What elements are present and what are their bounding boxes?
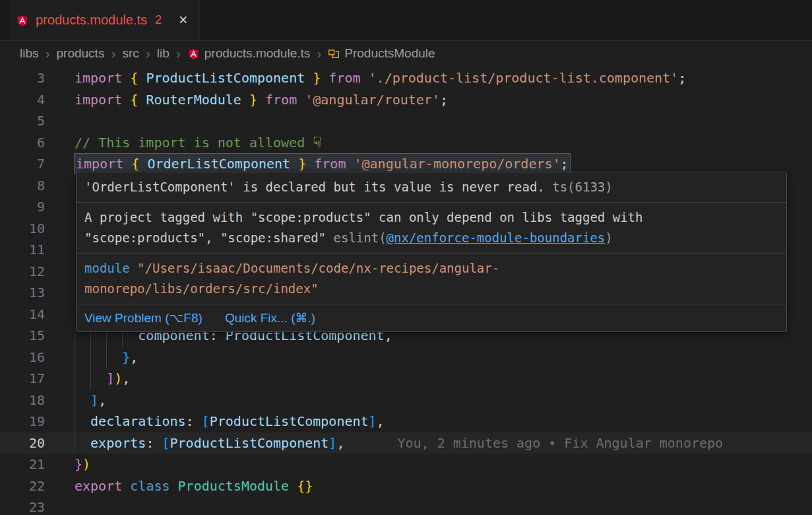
diagnostics-hover-popup: 'OrderListComponent' is declared but its… — [76, 172, 787, 332]
code-token: [ — [202, 413, 210, 429]
chevron-right-icon: › — [317, 46, 321, 61]
vscode-window: products.module.ts 2 × libs›products›src… — [0, 0, 812, 515]
popup-section-1: 'OrderListComponent' is declared but its… — [77, 172, 786, 203]
angular-file-icon — [16, 14, 29, 27]
indent-guides — [75, 390, 90, 411]
line-number: 18 — [0, 390, 45, 411]
code-token: import — [76, 156, 131, 172]
code-token: { — [130, 92, 146, 108]
code-line-21[interactable]: 21}) — [0, 454, 812, 475]
line-number: 3 — [0, 67, 45, 89]
line-number: 20 — [0, 432, 45, 454]
breadcrumb-item-src[interactable]: src — [122, 46, 139, 61]
code-token: from — [257, 92, 305, 108]
eslint-rule-link[interactable]: @nx/enforce-module-boundaries — [387, 230, 606, 245]
code-text: }, — [75, 347, 138, 368]
code-line-18[interactable]: 18], — [0, 390, 812, 411]
code-token: , — [130, 349, 138, 365]
indent-guides — [75, 411, 90, 432]
line-number: 14 — [0, 304, 45, 326]
line-number: 10 — [0, 218, 45, 240]
code-token: from — [321, 70, 368, 86]
code-token: ProductListComponent — [170, 435, 329, 451]
popup-text-row: module "/Users/isaac/Documents/code/nx-r… — [84, 258, 778, 279]
view-problem-action[interactable]: View Problem (⌥F8) — [84, 308, 203, 328]
popup-text: "/Users/isaac/Documents/code/nx-recipes/… — [137, 261, 499, 275]
code-token: } — [122, 349, 130, 365]
line-number: 4 — [0, 89, 45, 111]
code-line-22[interactable]: 22export class ProductsModule {} — [0, 475, 812, 497]
code-token: ProductListComponent — [146, 70, 305, 86]
code-line-19[interactable]: 19declarations: [ProductListComponent], — [0, 411, 812, 432]
popup-text: ) — [605, 230, 612, 245]
breadcrumb-item-products-module-ts[interactable]: products.module.ts — [187, 46, 311, 61]
code-token: } — [290, 156, 306, 172]
chevron-right-icon: › — [146, 46, 150, 61]
line-number: 5 — [0, 110, 45, 132]
code-text: exports: [ProductListComponent],You, 2 m… — [75, 432, 723, 454]
tab-bar: products.module.ts 2 × — [0, 0, 812, 41]
popup-footer: View Problem (⌥F8)Quick Fix... (⌘.) — [77, 304, 786, 331]
chevron-right-icon: › — [46, 46, 50, 61]
line-number: 11 — [0, 239, 45, 261]
popup-text-row: A project tagged with "scope:products" c… — [84, 207, 778, 228]
code-token: : — [146, 435, 162, 451]
code-line-6[interactable]: 6// This import is not allowed ☟ — [0, 132, 812, 154]
popup-text: eslint( — [334, 230, 387, 245]
breadcrumb-item-libs[interactable]: libs — [20, 46, 39, 61]
line-number: 17 — [0, 368, 45, 390]
code-line-4[interactable]: 4import { RouterModule } from '@angular/… — [0, 89, 812, 111]
popup-sections: 'OrderListComponent' is declared but its… — [77, 172, 786, 304]
code-token: { — [130, 70, 146, 86]
code-token: } — [305, 70, 321, 86]
code-text: export class ProductsModule {} — [75, 475, 313, 497]
code-text: // This import is not allowed ☟ — [75, 132, 321, 154]
error-squiggle-range: import { OrderListComponent } from '@ang… — [75, 154, 570, 174]
code-token: class — [130, 478, 177, 494]
indent-guides — [75, 347, 122, 368]
breadcrumb-label: libs — [20, 46, 39, 61]
breadcrumb: libs›products›src›lib›products.module.ts… — [0, 41, 812, 66]
popup-text-row: 'OrderListComponent' is declared but its… — [84, 177, 778, 197]
code-token: from — [306, 156, 354, 172]
code-token: ProductListComponent — [210, 413, 369, 429]
code-line-20[interactable]: 20exports: [ProductListComponent],You, 2… — [0, 432, 812, 454]
breadcrumb-label: ProductsModule — [344, 46, 435, 61]
line-number: 21 — [0, 454, 45, 475]
breadcrumb-label: src — [122, 46, 139, 61]
code-text: ], — [75, 390, 106, 411]
code-text: }) — [75, 454, 90, 475]
line-number: 7 — [0, 153, 45, 175]
code-token: , — [122, 370, 130, 386]
code-token: ] — [328, 435, 336, 451]
code-line-3[interactable]: 3import { ProductListComponent } from '.… — [0, 67, 812, 89]
popup-section-2: A project tagged with "scope:products" c… — [77, 203, 786, 254]
pointing-down-emoji: ☟ — [313, 134, 321, 151]
code-text: ]), — [75, 368, 130, 390]
code-token: declarations — [90, 413, 186, 429]
indent-guides — [75, 368, 106, 390]
chevron-right-icon: › — [111, 46, 115, 61]
code-line-5[interactable]: 5 — [0, 110, 812, 132]
code-token: './product-list/product-list.component' — [369, 70, 679, 86]
tab-close-icon[interactable]: × — [179, 13, 187, 28]
breadcrumb-item-lib[interactable]: lib — [157, 46, 170, 61]
code-line-23[interactable]: 23 — [0, 497, 812, 515]
chevron-right-icon: › — [176, 46, 181, 61]
code-token: {} — [297, 478, 313, 494]
code-token: ] — [90, 392, 98, 408]
breadcrumb-item-productsmodule[interactable]: ProductsModule — [328, 46, 435, 61]
code-token: } — [241, 92, 257, 108]
tab-problems-badge: 2 — [155, 13, 162, 27]
code-token — [289, 478, 297, 494]
code-token: RouterModule — [146, 92, 241, 108]
code-line-17[interactable]: 17]), — [0, 368, 812, 390]
line-number: 12 — [0, 261, 45, 283]
code-token: ) — [114, 370, 122, 386]
tab-products-module-ts[interactable]: products.module.ts 2 × — [9, 0, 200, 40]
quick-fix-action[interactable]: Quick Fix... (⌘.) — [225, 308, 315, 328]
breadcrumb-item-products[interactable]: products — [57, 46, 105, 61]
code-line-16[interactable]: 16}, — [0, 347, 812, 368]
line-number: 8 — [0, 175, 45, 197]
popup-text: "scope:products", "scope:shared" — [84, 230, 334, 245]
